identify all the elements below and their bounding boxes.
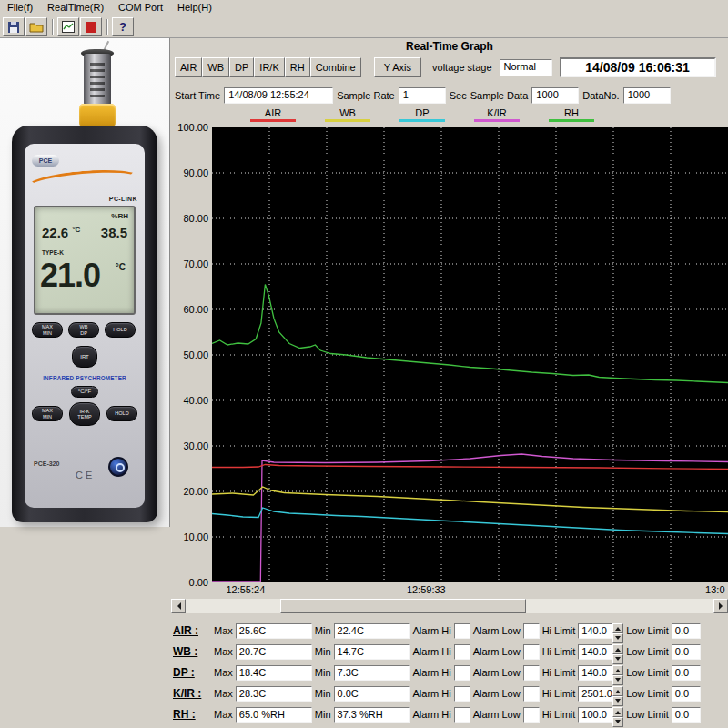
spin-down-button[interactable] [612, 696, 623, 706]
readings-table: AIR :Max25.6CMin22.4CAlarm HiAlarm LowHi… [173, 621, 726, 725]
horizontal-scrollbar[interactable] [171, 599, 728, 613]
low-limit-label: Low Limit [626, 646, 668, 657]
model-label: PCE-320 [34, 460, 59, 467]
hi-limit-spinner[interactable]: 2501.0 [578, 686, 623, 702]
channel-label: DP : [173, 666, 211, 679]
min-label: Min [315, 646, 331, 657]
hi-limit-value[interactable]: 140.0 [578, 644, 612, 660]
menu-file[interactable]: File(f) [0, 1, 40, 14]
spin-up-button[interactable] [612, 623, 623, 633]
spin-down-button[interactable] [612, 675, 623, 685]
lcd-type-label: TYPE-K [42, 249, 64, 256]
arrow-up-icon [615, 666, 621, 672]
spin-up-button[interactable] [612, 644, 623, 654]
scroll-thumb[interactable] [280, 599, 526, 613]
channel-button-dp[interactable]: DP [229, 57, 254, 77]
alarm-hi-indicator [454, 707, 470, 723]
legend-item-kir: K/IR [474, 107, 520, 126]
hi-limit-value[interactable]: 100.0 [578, 707, 612, 723]
y-axis-button[interactable]: Y Axis [374, 57, 421, 77]
table-row-kir: K/IR :Max28.3CMin0.0CAlarm HiAlarm LowHi… [173, 683, 726, 703]
channel-label: WB : [173, 645, 211, 658]
low-limit-value: 0.0 [672, 707, 701, 723]
sample-data-label: Sample Data [470, 90, 529, 101]
sample-info-row: Start Time 14/08/09 12:55:24 Sample Rate… [175, 86, 726, 105]
max-label: Max [214, 646, 233, 657]
min-value: 7.3C [334, 665, 410, 681]
start-logging-button[interactable] [57, 17, 79, 36]
sample-data-value: 1000 [531, 87, 579, 104]
arrow-down-icon [615, 678, 621, 684]
hi-limit-value[interactable]: 2501.0 [578, 686, 612, 702]
orange-swoosh [25, 167, 140, 198]
low-limit-label: Low Limit [626, 625, 668, 636]
spin-up-button[interactable] [612, 707, 623, 717]
device-body: PCE PC-LINK %RH 22.6 °C 38.5 TYPE-K 21.0… [12, 126, 157, 522]
y-tick-label: 10.00 [183, 531, 208, 542]
channel-button-combine[interactable]: Combine [310, 57, 361, 77]
start-time-label: Start Time [175, 90, 220, 101]
y-tick-label: 50.00 [183, 349, 208, 360]
scroll-left-button[interactable] [171, 599, 186, 613]
voltage-stage-select[interactable]: Normal [500, 59, 552, 76]
spin-down-button[interactable] [612, 717, 623, 727]
hi-limit-spinner[interactable]: 140.0 [578, 644, 623, 660]
legend-color-bar [474, 119, 520, 122]
lcd-rh-unit: %RH [111, 212, 128, 220]
arrow-down-icon [615, 657, 621, 663]
chart-plot-area [212, 127, 728, 582]
save-button[interactable] [3, 17, 25, 36]
alarm-hi-indicator [454, 665, 470, 681]
max-label: Max [214, 625, 233, 636]
hi-limit-spinner[interactable]: 100.0 [578, 707, 623, 723]
hi-limit-value[interactable]: 140.0 [578, 665, 612, 681]
min-label: Min [315, 667, 331, 678]
spin-up-button[interactable] [612, 665, 623, 675]
data-no-value: 1000 [623, 87, 671, 104]
data-no-label: DataNo. [582, 90, 619, 101]
toolbar-separator [52, 19, 54, 35]
spin-up-button[interactable] [612, 686, 623, 696]
table-row-dp: DP :Max18.4CMin7.3CAlarm HiAlarm LowHi L… [173, 662, 726, 682]
help-button[interactable]: ? [112, 17, 134, 36]
arrow-up-icon [615, 687, 621, 693]
hi-limit-spinner[interactable]: 140.0 [578, 623, 623, 639]
sample-rate-value[interactable]: 1 [399, 87, 446, 104]
menu-bar: File(f) RealTime(R) COM Port Help(H) [0, 0, 728, 15]
menu-realtime[interactable]: RealTime(R) [40, 1, 111, 14]
arrow-left-icon [174, 602, 181, 610]
channel-button-wb[interactable]: WB [202, 57, 229, 77]
spin-buttons [612, 707, 623, 723]
hi-limit-value[interactable]: 140.0 [578, 623, 612, 639]
alarm-hi-label: Alarm Hi [413, 667, 451, 678]
spin-buttons [612, 686, 623, 702]
table-row-rh: RH :Max65.0 %RHMin37.3 %RHAlarm HiAlarm … [173, 704, 726, 724]
menu-help[interactable]: Help(H) [170, 1, 219, 14]
channel-button-irk[interactable]: IR/K [254, 57, 284, 77]
channel-label: K/IR : [173, 687, 211, 700]
spin-down-button[interactable] [612, 654, 623, 664]
open-folder-icon [29, 21, 44, 33]
channel-button-air[interactable]: AIR [175, 57, 202, 77]
stop-button[interactable] [80, 17, 102, 36]
device-subtitle: INFRARED PSYCHROMETER [25, 375, 145, 381]
alarm-hi-indicator [454, 686, 470, 702]
max-value: 28.3C [236, 686, 312, 702]
low-limit-label: Low Limit [626, 688, 668, 699]
hi-limit-spinner[interactable]: 140.0 [578, 665, 623, 681]
alarm-low-label: Alarm Low [473, 709, 521, 720]
alarm-hi-indicator [454, 623, 470, 639]
menu-com-port[interactable]: COM Port [111, 1, 170, 14]
open-button[interactable] [25, 17, 47, 36]
lcd-humidity: 38.5 [101, 225, 127, 240]
arrow-down-icon [615, 720, 621, 726]
hi-limit-label: Hi Limit [542, 646, 576, 657]
scroll-right-button[interactable] [713, 599, 728, 613]
max-value: 25.6C [236, 623, 312, 639]
alarm-low-indicator [523, 686, 540, 702]
spin-down-button[interactable] [612, 633, 623, 643]
y-tick-label: 0.00 [189, 577, 208, 588]
brand-logo: PCE [32, 155, 59, 167]
channel-button-rh[interactable]: RH [285, 57, 310, 77]
hi-limit-label: Hi Limit [542, 625, 576, 636]
